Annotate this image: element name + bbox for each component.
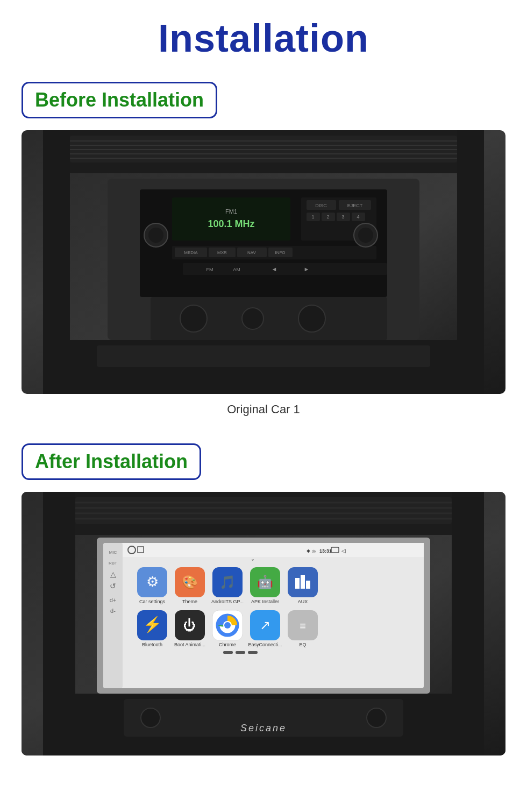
svg-point-121 <box>367 708 386 728</box>
svg-text:🎨: 🎨 <box>182 574 198 590</box>
svg-text:d+: d+ <box>110 597 117 603</box>
svg-text:APK Installer: APK Installer <box>251 599 279 604</box>
svg-text:RBT: RBT <box>109 561 117 566</box>
svg-text:⚙: ⚙ <box>146 574 159 590</box>
svg-text:△: △ <box>110 570 116 578</box>
before-installation-image: FM1 100.1 MHz DISC EJECT 1 2 3 4 MEDIA M… <box>22 130 505 394</box>
svg-text:EQ: EQ <box>299 642 306 647</box>
svg-rect-51 <box>97 345 430 367</box>
after-installation-image: MIC RBT △ ↺ d+ d- ✱ ◎ 13:31 ◁ ˅ ⚙ <box>22 492 505 755</box>
svg-text:◎: ◎ <box>312 549 316 554</box>
car-interior-before: FM1 100.1 MHz DISC EJECT 1 2 3 4 MEDIA M… <box>22 130 505 394</box>
svg-rect-115 <box>236 651 245 654</box>
car-interior-after: MIC RBT △ ↺ d+ d- ✱ ◎ 13:31 ◁ ˅ ⚙ <box>22 492 505 755</box>
svg-text:Seicane: Seicane <box>240 723 287 733</box>
after-installation-badge: After Installation <box>22 443 201 480</box>
svg-rect-70 <box>123 543 424 557</box>
svg-text:↗: ↗ <box>260 618 270 632</box>
svg-text:≡: ≡ <box>300 620 306 632</box>
svg-point-43 <box>148 228 163 243</box>
svg-text:►: ► <box>304 266 310 272</box>
svg-text:d-: d- <box>110 608 116 614</box>
svg-text:MXR: MXR <box>217 250 227 255</box>
svg-point-120 <box>141 708 160 728</box>
svg-point-48 <box>242 308 264 329</box>
svg-text:Bluetooth: Bluetooth <box>142 642 162 647</box>
svg-text:⏻: ⏻ <box>183 618 196 632</box>
page-title: Installation <box>158 16 369 60</box>
svg-text:INFO: INFO <box>275 250 285 255</box>
svg-point-45 <box>358 228 373 243</box>
svg-text:2: 2 <box>326 214 329 220</box>
svg-rect-92 <box>295 578 300 589</box>
svg-text:13:31: 13:31 <box>319 548 332 554</box>
svg-text:EasyConnecti...: EasyConnecti... <box>248 642 282 647</box>
svg-point-47 <box>180 305 207 332</box>
svg-text:Chrome: Chrome <box>219 642 236 647</box>
svg-text:AndroITS GP...: AndroITS GP... <box>211 599 244 604</box>
svg-text:FM: FM <box>206 267 213 272</box>
svg-rect-93 <box>301 575 305 589</box>
after-installation-label: After Installation <box>35 450 188 472</box>
svg-text:◁: ◁ <box>341 548 346 554</box>
svg-text:NAV: NAV <box>247 250 257 255</box>
svg-text:FM1: FM1 <box>225 208 237 215</box>
car-after-svg: MIC RBT △ ↺ d+ d- ✱ ◎ 13:31 ◁ ˅ ⚙ <box>43 492 484 755</box>
svg-text:Boot Animati...: Boot Animati... <box>174 642 205 647</box>
svg-rect-37 <box>183 263 387 275</box>
svg-rect-114 <box>223 651 233 654</box>
svg-text:⚡: ⚡ <box>143 616 162 633</box>
svg-text:AM: AM <box>233 267 240 272</box>
svg-text:DISC: DISC <box>315 203 327 208</box>
svg-text:↺: ↺ <box>110 582 116 590</box>
svg-point-49 <box>298 305 325 332</box>
svg-text:100.1 MHz: 100.1 MHz <box>208 218 254 229</box>
car-dashboard-svg: FM1 100.1 MHz DISC EJECT 1 2 3 4 MEDIA M… <box>43 130 484 394</box>
before-caption: Original Car 1 <box>227 403 300 416</box>
svg-text:🤖: 🤖 <box>257 574 273 590</box>
svg-text:◄: ◄ <box>272 266 277 272</box>
svg-text:1: 1 <box>311 214 314 220</box>
svg-point-106 <box>224 622 231 629</box>
svg-text:✱: ✱ <box>307 549 310 554</box>
svg-text:Theme: Theme <box>182 599 197 604</box>
svg-text:4: 4 <box>357 214 359 220</box>
before-installation-badge: Before Installation <box>22 82 217 118</box>
svg-text:˅: ˅ <box>251 559 254 566</box>
svg-rect-116 <box>248 651 258 654</box>
before-installation-label: Before Installation <box>35 89 204 111</box>
svg-rect-54 <box>75 497 452 524</box>
svg-text:EJECT: EJECT <box>347 203 363 208</box>
svg-text:🎵: 🎵 <box>219 574 236 590</box>
svg-rect-94 <box>306 581 310 589</box>
svg-text:Car settings: Car settings <box>139 599 166 604</box>
svg-text:3: 3 <box>341 214 344 220</box>
svg-text:MEDIA: MEDIA <box>184 250 198 255</box>
svg-text:AUX: AUX <box>298 599 308 604</box>
svg-text:MIC: MIC <box>109 550 117 555</box>
